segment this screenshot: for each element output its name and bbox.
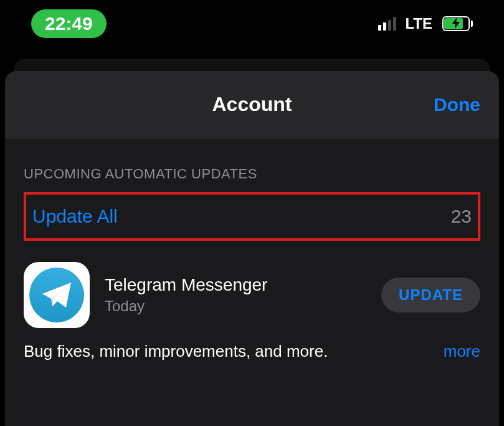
- done-button[interactable]: Done: [434, 94, 480, 115]
- release-notes-row: Bug fixes, minor improvements, and more.…: [24, 339, 480, 374]
- app-info: Telegram Messenger Today: [105, 275, 366, 315]
- section-header: UPCOMING AUTOMATIC UPDATES: [24, 166, 480, 182]
- app-icon-telegram[interactable]: [24, 262, 90, 328]
- app-row[interactable]: Telegram Messenger Today UPDATE: [24, 256, 480, 339]
- navigation-bar: Account Done: [5, 71, 499, 138]
- update-all-row[interactable]: Update All 23: [24, 192, 480, 241]
- battery-icon: [442, 16, 473, 31]
- content-area: UPCOMING AUTOMATIC UPDATES Update All 23…: [5, 138, 499, 374]
- update-count: 23: [451, 206, 472, 227]
- status-indicators: LTE: [378, 15, 473, 32]
- network-label: LTE: [405, 15, 432, 32]
- telegram-icon: [29, 268, 84, 322]
- app-date: Today: [105, 298, 366, 315]
- app-name: Telegram Messenger: [105, 275, 366, 295]
- update-button[interactable]: UPDATE: [381, 278, 480, 312]
- update-all-button[interactable]: Update All: [32, 206, 118, 227]
- status-time[interactable]: 22:49: [31, 9, 107, 38]
- more-button[interactable]: more: [444, 342, 480, 361]
- page-title: Account: [212, 93, 292, 116]
- signal-icon: [378, 17, 396, 31]
- release-notes: Bug fixes, minor improvements, and more.: [24, 342, 328, 361]
- status-bar: 22:49 LTE: [0, 0, 504, 50]
- charging-icon: [452, 17, 460, 31]
- account-sheet: Account Done UPCOMING AUTOMATIC UPDATES …: [5, 71, 499, 426]
